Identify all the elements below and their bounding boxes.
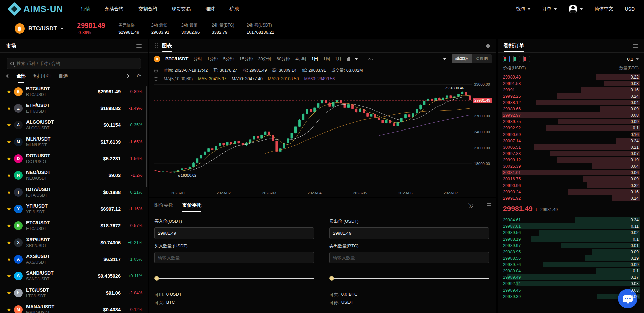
- timeframe-30分钟[interactable]: 30分钟: [258, 56, 271, 62]
- bid-row[interactable]: 29988.950.09: [502, 249, 640, 255]
- bid-row[interactable]: 29987.610.11: [502, 223, 640, 229]
- language-selector[interactable]: 简体中文: [594, 6, 613, 12]
- coin-row-DOT/USDT[interactable]: ★DDOT/USDTDOT/USDT$5.2281-1.56%: [0, 150, 148, 167]
- coin-row-IOTA/USDT[interactable]: ★IIOTA/USDTIOTA/USDT$0.1888+0.21%: [0, 184, 148, 201]
- bid-row[interactable]: 29992.140.08: [502, 280, 640, 287]
- favorite-star-icon[interactable]: ★: [7, 223, 14, 229]
- coin-row-ALGO/USDT[interactable]: ★AALGO/USDTALGO/USDT$0.1154+0.35%: [0, 117, 148, 134]
- coin-list-scrollbar[interactable]: [146, 86, 147, 187]
- sell-amount-slider[interactable]: [329, 276, 489, 281]
- search-input[interactable]: 搜索 币种 / 币对 / 合约: [7, 58, 141, 69]
- timeframe-1周[interactable]: 1周: [323, 56, 330, 62]
- ask-row[interactable]: 299910.16: [502, 87, 640, 93]
- tab-hot-coins[interactable]: 热门币种: [33, 69, 51, 83]
- sell-qty-input[interactable]: [329, 252, 489, 263]
- bid-row[interactable]: 29989.760.09: [502, 261, 640, 268]
- ask-row[interactable]: 30031.010.06: [502, 169, 640, 176]
- coin-row-XRP/USDT[interactable]: ★XXRP/USDTXRP/USDT$0.74306+0.21%: [0, 234, 148, 251]
- basic-view-button[interactable]: 基本版: [452, 54, 472, 63]
- brand[interactable]: AIMS-UN: [9, 4, 63, 14]
- ask-row[interactable]: 30007.140.24: [502, 138, 640, 144]
- bid-row[interactable]: 29989.040.1: [502, 268, 640, 274]
- favorite-star-icon[interactable]: ★: [7, 105, 14, 111]
- timeframe-15分钟[interactable]: 15分钟: [239, 56, 253, 62]
- layout-grid-icon[interactable]: [486, 44, 490, 48]
- nav-item-行情[interactable]: 行情: [80, 6, 90, 12]
- ask-row[interactable]: 29993.240.16: [502, 189, 640, 195]
- tab-all[interactable]: 全部: [17, 69, 26, 83]
- bid-row[interactable]: 29989.450.03: [502, 287, 640, 293]
- trash-icon[interactable]: [154, 76, 158, 81]
- bid-row[interactable]: 29989.970.01: [502, 242, 640, 249]
- bid-row[interactable]: 29988.190.1: [502, 236, 640, 242]
- nav-item-永续合约[interactable]: 永续合约: [105, 6, 123, 12]
- favorite-star-icon[interactable]: ★: [7, 307, 14, 313]
- orderbook-menu-icon[interactable]: [633, 44, 638, 48]
- bid-row[interactable]: 29989.560.02: [502, 229, 640, 236]
- nav-item-现货交易[interactable]: 现货交易: [172, 6, 191, 12]
- candlestick-plot[interactable]: ↗31800.46 ↘16300.02: [154, 82, 472, 190]
- ask-row[interactable]: 29990.960.32: [502, 182, 640, 189]
- tab-favorites[interactable]: 自选: [59, 69, 68, 83]
- favorite-star-icon[interactable]: ★: [7, 89, 14, 95]
- timeframe-5分钟[interactable]: 5分钟: [223, 56, 234, 62]
- sell-price-input[interactable]: [329, 227, 489, 239]
- favorite-star-icon[interactable]: ★: [7, 206, 14, 212]
- timeframe-1分钟[interactable]: 1分钟: [207, 56, 218, 62]
- ask-row[interactable]: 29988.120.04: [502, 99, 640, 106]
- coin-row-YFI/USDT[interactable]: ★YYFI/USDTYFI/USDT$6907.12-1.16%: [0, 201, 148, 217]
- pair-selector[interactable]: ฿ BTC/USDT: [9, 23, 64, 34]
- timeframe-1月[interactable]: 1月: [335, 56, 342, 62]
- chart-type-candle-icon[interactable]: [347, 57, 350, 61]
- nav-item-理财[interactable]: 理财: [205, 6, 215, 12]
- wallet-menu[interactable]: 钱包: [516, 6, 531, 12]
- slider-handle[interactable]: [329, 276, 334, 281]
- mode-both-icon[interactable]: [503, 56, 510, 62]
- orders-menu[interactable]: 订单: [542, 6, 557, 12]
- panel-drag-handle-icon[interactable]: [487, 203, 491, 207]
- tabs-scroll-right-icon[interactable]: [126, 74, 130, 78]
- account-menu[interactable]: [569, 5, 583, 13]
- ask-row[interactable]: 29989.480.22: [502, 74, 640, 80]
- chart-tab[interactable]: 图表: [162, 39, 172, 52]
- ask-row[interactable]: 29989.750.09: [502, 118, 640, 125]
- buy-amount-slider[interactable]: [154, 276, 314, 281]
- timeframe-1日[interactable]: 1日: [311, 56, 318, 62]
- favorite-star-icon[interactable]: ★: [7, 156, 14, 162]
- ask-row[interactable]: 29997.830.07: [502, 150, 640, 157]
- favorite-star-icon[interactable]: ★: [7, 122, 14, 128]
- ask-row[interactable]: 29992.970.08: [502, 112, 640, 118]
- bid-row[interactable]: 29988.560.19: [502, 255, 640, 261]
- favorite-star-icon[interactable]: ★: [7, 189, 14, 195]
- coin-row-NEO/USDT[interactable]: ★NNEO/USDTNEO/USDT$9.03-1.2%: [0, 167, 148, 184]
- coin-row-AXS/USDT[interactable]: ★AAXS/USDTAXS/USDT$6.3117+1.05%: [0, 251, 148, 268]
- favorite-star-icon[interactable]: ★: [7, 139, 14, 145]
- slider-handle[interactable]: [154, 276, 159, 281]
- tab-limit-order[interactable]: 限价委托: [154, 198, 173, 212]
- coin-row-MLN/USDT[interactable]: ★MMLN/USDTMLN/USDT$17.6139-1.65%: [0, 134, 148, 150]
- ask-row[interactable]: 29990.690.16: [502, 131, 640, 138]
- ask-row[interactable]: 29991.580.08: [502, 80, 640, 87]
- coin-row-ETC/USDT[interactable]: ★EETC/USDTETC/USDT$18.7672-0.57%: [0, 217, 148, 234]
- refresh-icon[interactable]: ⟳: [137, 73, 141, 79]
- coin-row-LTC/USDT[interactable]: ★ŁLTC/USDTLTC/USDT$91.06-2.84%: [0, 284, 148, 301]
- nav-item-交割合约[interactable]: 交割合约: [138, 6, 157, 12]
- favorite-star-icon[interactable]: ★: [7, 240, 14, 246]
- coin-row-ETH/USDT[interactable]: ★ΞETH/USDTETH/USDT$1898.82-1.49%: [0, 100, 148, 117]
- favorite-star-icon[interactable]: ★: [7, 256, 14, 262]
- ask-row[interactable]: 30025.390.04: [502, 163, 640, 169]
- bid-row[interactable]: 29984.610.34: [502, 217, 640, 223]
- coin-row-MANA/USDT[interactable]: ★MMANA/USDTMANA/USDT$0.4084-0.12%: [0, 301, 148, 313]
- help-icon[interactable]: [468, 203, 473, 208]
- ask-row[interactable]: 29992.920.1: [502, 125, 640, 131]
- coin-row-SAND/USDT[interactable]: ★SSAND/USDTSAND/USDT$0.435026+0.11%: [0, 268, 148, 284]
- line-chart-icon[interactable]: [368, 57, 373, 61]
- ask-row[interactable]: 30016.750.09: [502, 176, 640, 182]
- eye-icon[interactable]: [154, 68, 158, 73]
- depth-view-button[interactable]: 深度图: [472, 54, 492, 63]
- ask-row[interactable]: 29992.250.24: [502, 93, 640, 99]
- market-menu-icon[interactable]: [136, 44, 142, 48]
- tick-size-select[interactable]: 0.1: [627, 57, 639, 62]
- tab-market-order[interactable]: 市价委托: [182, 198, 201, 212]
- favorite-star-icon[interactable]: ★: [7, 273, 14, 279]
